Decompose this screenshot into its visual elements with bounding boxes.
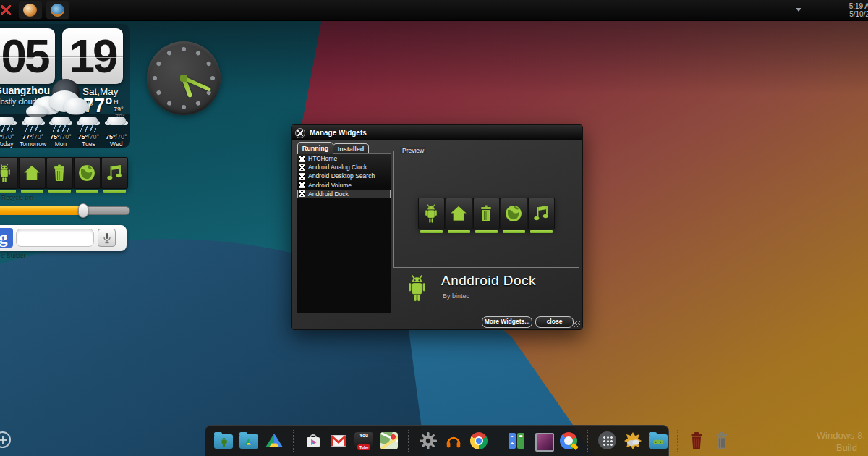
search-input[interactable] — [16, 229, 94, 247]
google-q-icon — [560, 432, 577, 449]
blue-sphere-icon — [51, 4, 64, 17]
trash-empty-button[interactable] — [713, 431, 732, 450]
checkbox-checked-icon[interactable] — [299, 164, 305, 171]
volume-fill — [0, 206, 84, 215]
forecast-wed: 75°/70° Wed — [103, 114, 130, 148]
gear-icon — [419, 431, 438, 450]
dock-browser-button[interactable] — [74, 157, 101, 189]
play-store-shortcut[interactable] — [304, 431, 323, 450]
list-item-desktop-search[interactable]: Android Desktop Search — [297, 172, 391, 180]
weather-shortcut[interactable] — [624, 431, 642, 450]
quickoffice-shortcut[interactable] — [559, 431, 578, 450]
taskbar-app-tile-1[interactable] — [19, 1, 42, 19]
gmail-shortcut[interactable] — [329, 431, 348, 450]
resize-grip[interactable] — [574, 321, 580, 327]
globe-icon — [77, 164, 96, 182]
preview-android-tile — [418, 198, 445, 229]
volume-thumb[interactable] — [78, 203, 88, 218]
manage-widgets-dialog: Manage Widgets Running Installed HTCHome… — [291, 124, 583, 330]
weather-city: Guangzhou — [0, 85, 50, 96]
dock-android-button[interactable] — [0, 157, 18, 189]
mic-icon — [103, 232, 111, 244]
close-button[interactable]: close — [535, 316, 574, 328]
dock-separator — [293, 430, 294, 452]
chrome-shortcut[interactable] — [469, 431, 488, 450]
volume-widget[interactable] — [0, 206, 130, 216]
sun-cloud-icon — [624, 431, 642, 450]
checkbox-checked-icon[interactable] — [299, 182, 305, 188]
tray-date: 5/10/2 — [849, 10, 868, 18]
dock-separator — [498, 430, 499, 452]
list-item-anddroid-dock[interactable]: Anddroid Dock — [297, 190, 391, 198]
taskbar-app-tile-2[interactable] — [46, 1, 69, 19]
preview-home-tile — [446, 198, 472, 229]
globe-icon — [504, 204, 523, 223]
forecast-mon: 75°/70° Mon — [47, 114, 75, 148]
clock-dot — [156, 61, 161, 67]
selected-widget-author: By bintec — [443, 292, 469, 300]
checkbox-checked-icon[interactable] — [299, 190, 305, 197]
rain-cloud-icon — [24, 117, 43, 125]
tab-installed[interactable]: Installed — [333, 143, 369, 154]
close-icon[interactable] — [295, 128, 305, 138]
music-icon — [106, 164, 123, 182]
tray-expand-caret[interactable] — [796, 8, 801, 12]
android-dock-widget[interactable] — [0, 157, 128, 189]
dialog-title: Manage Widgets — [310, 129, 367, 137]
dock-trash-button[interactable] — [46, 157, 73, 189]
folder-icon — [239, 434, 258, 449]
gallery-shortcut[interactable] — [534, 431, 553, 450]
gamepad-icon — [652, 438, 664, 446]
dock-home-button[interactable] — [19, 157, 46, 189]
windows-watermark-line1: Windows 8. — [817, 429, 865, 442]
dialog-titlebar[interactable]: Manage Widgets — [292, 125, 582, 140]
folder-drive-shortcut[interactable] — [239, 431, 258, 450]
rain-art — [25, 125, 41, 132]
maps-shortcut[interactable] — [380, 431, 399, 450]
analog-clock-widget[interactable] — [147, 41, 221, 115]
top-panel: 5:19 A 5/10/2 — [0, 0, 868, 21]
clock-dot — [156, 90, 161, 96]
checkbox-checked-icon[interactable] — [299, 156, 305, 162]
google-search-widget[interactable]: g — [0, 225, 127, 251]
preview-groupbox: Preview — [393, 151, 579, 268]
chrome-icon — [470, 432, 488, 449]
list-item-htchome[interactable]: HTCHome — [297, 154, 391, 163]
home-icon — [449, 204, 468, 223]
google-drive-shortcut[interactable] — [265, 431, 284, 450]
play-music-shortcut[interactable] — [444, 431, 463, 450]
flip-clock-minute-card: 19 — [62, 28, 123, 84]
android-icon — [219, 436, 229, 447]
red-x-icon[interactable] — [1, 5, 11, 15]
calculator-shortcut[interactable]: -+ = — [509, 431, 527, 450]
preview-dock — [418, 198, 555, 229]
tab-running[interactable]: Running — [297, 142, 333, 154]
mic-button[interactable] — [98, 229, 116, 247]
recycle-bin-label: Recycle bin — [1, 194, 33, 201]
running-widgets-list[interactable]: HTCHome Android Analog Clock Android Des… — [297, 153, 391, 313]
clock-dot — [182, 105, 186, 109]
app-drawer-button[interactable] — [598, 431, 617, 450]
trash-full-button[interactable] — [688, 431, 707, 450]
dock-separator — [408, 430, 409, 452]
preview-music-tile — [528, 198, 555, 229]
forecast-tomorrow: 77°/70° Tomorrow — [19, 114, 46, 148]
rain-art — [0, 125, 13, 132]
home-icon — [22, 164, 41, 182]
flip-seam — [62, 56, 123, 57]
htc-home-widget[interactable]: 05 19 Guangzhou Mostly cloudy Sat,May 10… — [0, 24, 132, 148]
settings-shortcut[interactable] — [419, 431, 438, 450]
clock-dot — [206, 61, 212, 67]
youtube-shortcut[interactable]: You Tube — [354, 431, 373, 450]
checkbox-checked-icon[interactable] — [299, 173, 305, 180]
dock-music-button[interactable] — [101, 157, 128, 189]
folder-games-shortcut[interactable] — [649, 431, 668, 450]
clock-dot — [166, 101, 172, 106]
more-widgets-button[interactable]: More Widgets... — [482, 316, 532, 328]
google-logo[interactable]: g — [0, 228, 13, 248]
list-item-analog-clock[interactable]: Android Analog Clock — [297, 163, 391, 172]
rain-art — [80, 125, 96, 132]
clock-dot — [153, 76, 157, 80]
folder-android-shortcut[interactable] — [214, 431, 233, 450]
list-item-volume[interactable]: Android Volume — [297, 181, 391, 190]
